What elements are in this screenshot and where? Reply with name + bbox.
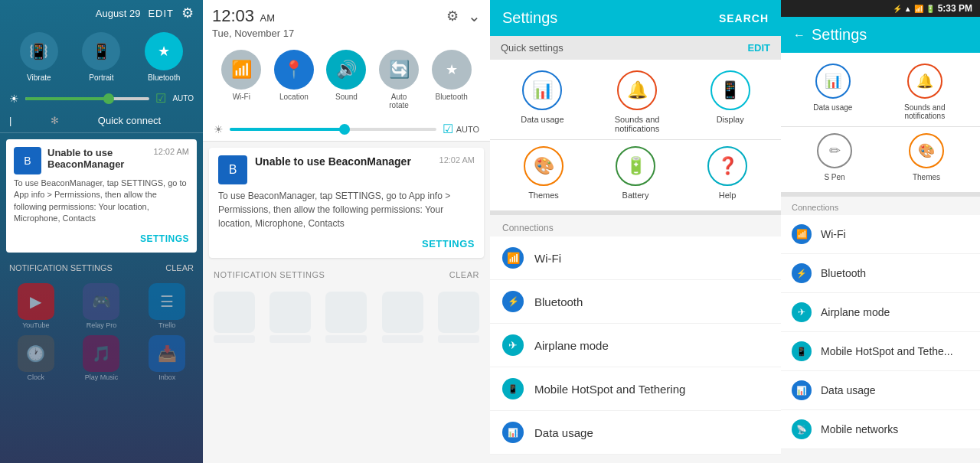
brightness-thumb — [339, 124, 350, 135]
sr-mobile-networks-icon: 📡 — [792, 419, 812, 439]
quick-icon-bluetooth[interactable]: ★ Bluetooth — [145, 32, 183, 82]
quick-icon-portrait[interactable]: 📱 Portrait — [82, 32, 120, 82]
location-label: Location — [279, 93, 309, 101]
blurred-row-1 — [209, 292, 484, 343]
card-action[interactable]: SETTINGS — [218, 236, 475, 250]
bluetooth-toggle[interactable]: ★ Bluetooth — [432, 50, 472, 109]
blurred-icon-3 — [325, 292, 367, 333]
settings-icon-display[interactable]: 📱 Display — [710, 70, 750, 133]
sr-data-usage-icon: 📊 — [815, 64, 851, 99]
autorotate-label: Auto rotate — [389, 93, 409, 109]
data-usage-icon: 📊 — [522, 70, 562, 110]
sr-item-data-usage[interactable]: 📊 Data usage — [781, 371, 980, 410]
home-header: August 29 EDIT ⚙ — [0, 0, 203, 26]
home-edit-label[interactable]: EDIT — [148, 8, 174, 19]
app-item-youtube[interactable]: ▶ YouTube — [16, 283, 56, 329]
notif-chevron-icon[interactable]: ⌄ — [468, 7, 481, 25]
quick-connect-label[interactable]: Quick connect — [98, 115, 161, 126]
blurred-apps — [203, 285, 490, 355]
help-icon: ❓ — [707, 146, 747, 186]
auto-row: ☑ AUTO — [443, 122, 479, 136]
clear-label[interactable]: CLEAR — [165, 263, 194, 272]
sr-icon-data-usage[interactable]: 📊 Data usage — [813, 64, 852, 120]
sr-back-icon[interactable]: ← — [793, 28, 805, 42]
sr-themes-label: Themes — [913, 173, 940, 181]
blurred-item-1 — [214, 292, 255, 343]
blurred-label-5 — [438, 335, 479, 343]
sr-icon-spen[interactable]: ✏ S Pen — [817, 133, 852, 181]
settings-item-wifi[interactable]: 📶 Wi-Fi — [490, 236, 781, 280]
notif-action[interactable]: SETTINGS — [14, 231, 189, 245]
sound-toggle[interactable]: 🔊 Sound — [326, 50, 366, 109]
notif-brightness-slider[interactable] — [230, 128, 436, 131]
sr-item-wifi[interactable]: 📶 Wi-Fi — [781, 215, 980, 254]
sr-icon-themes[interactable]: 🎨 Themes — [909, 133, 944, 181]
blurred-icon-1 — [214, 292, 255, 333]
brightness-fill — [230, 128, 343, 131]
search-button[interactable]: SEARCH — [719, 12, 769, 24]
sr-wifi-icon: 📶 — [792, 224, 812, 244]
settings-item-bluetooth[interactable]: ⚡ Bluetooth — [490, 280, 781, 324]
card-app-icon: B — [218, 155, 247, 184]
notif-settings-btn[interactable]: NOTIFICATION SETTINGS — [214, 270, 325, 279]
settings-icon-data-usage[interactable]: 📊 Data usage — [521, 70, 564, 133]
sr-item-mobile-networks[interactable]: 📡 Mobile networks — [781, 410, 980, 449]
settings-item-airplane[interactable]: ✈ Airplane mode — [490, 324, 781, 367]
notif-header: B Unable to use BeaconManager 12:02 AM — [14, 147, 189, 174]
auto-check: ☑ — [443, 122, 453, 136]
wifi-toggle[interactable]: 📶 Wi-Fi — [221, 50, 261, 109]
sr-icons-row2: ✏ S Pen 🎨 Themes — [781, 127, 980, 197]
sr-sound-label: Sounds and notifications — [902, 103, 948, 120]
brightness-icon: ☀ — [9, 93, 19, 105]
quick-icon-vibrate[interactable]: 📳 Vibrate — [20, 32, 58, 82]
notif-gear-icon[interactable]: ⚙ — [446, 8, 459, 24]
quick-connect-bar: | ✻ Quick connect — [0, 109, 203, 133]
sr-status-bar: ⚡ ▲ 📶 🔋 5:33 PM — [781, 0, 980, 17]
app-item-clock[interactable]: 🕐 Clock — [16, 335, 56, 381]
settings-icon-battery[interactable]: 🔋 Battery — [616, 146, 655, 200]
location-toggle[interactable]: 📍 Location — [274, 50, 314, 109]
sr-icon-sound[interactable]: 🔔 Sounds and notifications — [902, 64, 948, 120]
settings-icon-themes[interactable]: 🎨 Themes — [524, 146, 564, 200]
settings-quick-icons-row1: 📊 Data usage 🔔 Sounds and notifications … — [490, 60, 781, 140]
sr-item-airplane[interactable]: ✈ Airplane mode — [781, 293, 980, 332]
app-item-music[interactable]: 🎵 Play Music — [81, 335, 121, 381]
connections-section-label: Connections — [490, 215, 781, 236]
sr-bt-label: Bluetooth — [821, 267, 866, 279]
sound-label: Sound — [335, 93, 358, 101]
qs-edit-btn[interactable]: EDIT — [747, 42, 770, 54]
time-row: 12:03 AM ⚙ ⌄ — [212, 6, 481, 26]
notif-settings-label[interactable]: NOTIFICATION SETTINGS — [9, 263, 113, 272]
settings-icon-help[interactable]: ❓ Help — [707, 146, 747, 200]
app-item-relay[interactable]: 🎮 Relay Pro — [81, 283, 121, 329]
settings-item-hotspot[interactable]: 📱 Mobile HotSpot and Tethering — [490, 367, 781, 411]
settings-icon-sound[interactable]: 🔔 Sounds and notifications — [610, 70, 664, 133]
sr-item-bluetooth[interactable]: ⚡ Bluetooth — [781, 254, 980, 293]
notif-time: 12:02 AM — [154, 147, 189, 156]
brightness-bar[interactable] — [25, 97, 149, 100]
sr-item-hotspot[interactable]: 📱 Mobile HotSpot and Tethe... — [781, 332, 980, 371]
notif-icons-area: 📶 Wi-Fi 📍 Location 🔊 Sound 🔄 Auto rotate… — [203, 42, 490, 117]
inbox-icon: 📥 — [149, 335, 185, 372]
blurred-icon-2 — [270, 292, 311, 333]
settings-action-label[interactable]: SETTINGS — [140, 233, 189, 244]
hotspot-list-icon: 📱 — [502, 378, 524, 399]
status-icons: ⚡ ▲ 📶 🔋 — [893, 5, 935, 13]
sr-airplane-label: Airplane mode — [821, 306, 890, 318]
clear-btn[interactable]: CLEAR — [449, 270, 479, 279]
sr-data-usage-label: Data usage — [813, 103, 852, 112]
settings-item-data-usage[interactable]: 📊 Data usage — [490, 411, 781, 455]
autorotate-toggle[interactable]: 🔄 Auto rotate — [379, 50, 419, 109]
bt-label: Bluetooth — [436, 93, 468, 101]
app-item-trello[interactable]: ☰ Trello — [147, 283, 187, 329]
app-item-inbox[interactable]: 📥 Inbox — [147, 335, 187, 381]
app-row: ▶ YouTube 🎮 Relay Pro ☰ Trello — [6, 283, 197, 329]
time-display: 12:03 AM — [212, 6, 275, 26]
sr-title: Settings — [812, 26, 867, 44]
bt-list-icon: ⚡ — [502, 291, 524, 312]
auto-label: AUTO — [172, 94, 194, 103]
home-gear-icon[interactable]: ⚙ — [181, 5, 194, 21]
sr-airplane-icon: ✈ — [792, 302, 812, 322]
settings-btn[interactable]: SETTINGS — [422, 238, 475, 249]
notification-panel: 12:03 AM ⚙ ⌄ Tue, November 17 📶 Wi-Fi 📍 … — [203, 0, 490, 463]
